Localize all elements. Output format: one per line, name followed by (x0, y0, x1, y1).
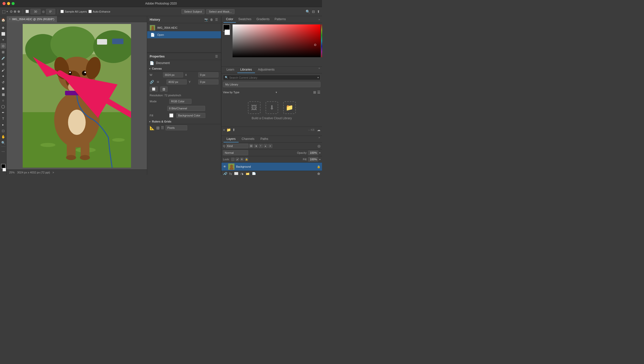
opacity-chevron[interactable]: ▾ (319, 151, 320, 154)
layer-visibility-toggle[interactable]: 👁 (223, 165, 227, 168)
opacity-input[interactable] (308, 150, 318, 155)
pixel-filter-icon[interactable]: 🖼 (249, 144, 253, 148)
shape-tool[interactable]: ◻ (1, 128, 6, 133)
tool-icon-2[interactable]: ⊙ (10, 10, 13, 13)
tab-close-icon[interactable]: × (9, 18, 11, 20)
tab-libraries[interactable]: Libraries (237, 67, 255, 73)
history-delete[interactable]: 🗑 (210, 17, 214, 22)
pen-tool[interactable]: ✒ (1, 110, 6, 115)
smart-filter-icon[interactable]: ● (268, 144, 272, 148)
eyedropper-tool[interactable]: 💉 (1, 55, 6, 61)
tab-adjustments[interactable]: Adjustments (255, 67, 278, 73)
history-item-open[interactable]: 📄 Open (147, 31, 221, 38)
link-layers-icon[interactable]: 🔗 (223, 172, 227, 175)
upload-lib-icon[interactable]: ⬆ (232, 128, 235, 132)
fill-color-box[interactable] (169, 113, 173, 117)
lock-transparent-icon[interactable]: ⬚ (231, 158, 235, 161)
color-gradient-box[interactable] (233, 24, 320, 57)
brush-tool[interactable]: 🖌 (1, 67, 6, 73)
add-style-icon[interactable]: fx (229, 172, 232, 175)
grid-icon[interactable]: ⊞ (156, 126, 159, 130)
create-group-icon[interactable]: 📁 (245, 172, 250, 175)
lock-artboard-icon[interactable]: ✥ (240, 158, 244, 161)
share-icon[interactable]: ⬆ (317, 10, 320, 14)
brush-size-input[interactable]: 30 (30, 9, 41, 14)
layers-expand[interactable]: » (318, 136, 320, 142)
path-select-tool[interactable]: ▸ (1, 122, 6, 127)
auto-enhance-label[interactable]: Auto-Enhance (88, 10, 110, 13)
libraries-expand[interactable]: » (318, 67, 320, 73)
lib-view-chevron[interactable]: ▾ (276, 91, 277, 94)
props-menu[interactable]: ☰ (215, 54, 218, 59)
auto-enhance-checkbox[interactable] (88, 10, 92, 13)
type-filter-icon[interactable]: T (259, 144, 263, 148)
select-rect-tool[interactable]: ⬜ (1, 31, 6, 37)
tab-paths[interactable]: Paths (257, 136, 271, 142)
tool-icon-3[interactable]: ⊗ (14, 10, 16, 13)
eraser-tool[interactable]: ◼ (1, 85, 6, 91)
history-menu[interactable]: ☰ (215, 17, 218, 22)
tab-swatches[interactable]: Swatches (236, 16, 254, 23)
delete-layer-icon[interactable]: 🗑 (317, 172, 320, 175)
type-tool[interactable]: T (1, 116, 6, 121)
tab-channels[interactable]: Channels (239, 136, 257, 142)
ruler-icon[interactable]: 📐 (150, 126, 155, 130)
select-subject-button[interactable]: Select Subject (181, 9, 205, 14)
add-adjustment-icon[interactable]: ◑ (240, 172, 243, 175)
mode-select[interactable]: RGB Color CMYK Color Grayscale (169, 99, 191, 104)
dots-grid-icon[interactable]: ⠿ (161, 126, 164, 130)
tool-dropdown-arrow[interactable]: ▾ (7, 10, 8, 13)
rulers-section-header[interactable]: ▾ Rulers & Grids (147, 119, 221, 124)
color-picker-area[interactable] (233, 24, 320, 57)
image-size-btn[interactable]: 🖼 (160, 86, 168, 92)
select-and-mask-button[interactable]: Select and Mask... (206, 9, 235, 14)
history-brush-tool[interactable]: ↺ (1, 79, 6, 85)
canvas-tab[interactable]: × IMG_3564.HEIC @ 25% (RGB/8*) (7, 16, 57, 22)
background-color-chip[interactable] (224, 29, 230, 35)
search-icon[interactable]: 🔍 (306, 10, 310, 14)
ruler-unit-select[interactable]: Pixels Inches Centimeters Millimeters Po… (166, 125, 187, 130)
history-item[interactable]: IMG_3564.HEIC (147, 24, 221, 31)
tool-icon-4[interactable]: ⊕ (17, 10, 20, 13)
gradient-surface[interactable] (233, 24, 320, 57)
canvas-h-input[interactable] (167, 79, 187, 84)
tab-layers[interactable]: Layers (223, 136, 239, 142)
canvas-section-header[interactable]: ▾ Canvas (147, 66, 221, 71)
background-color-swatch[interactable] (3, 168, 6, 171)
fill-select[interactable]: Background Color Foreground Color White … (176, 113, 205, 118)
canvas-x-input[interactable] (198, 72, 218, 77)
angle-input[interactable]: 0° (46, 9, 55, 14)
filter-dropdown[interactable]: Kind Name Effect Mode Attribute Color Sm… (226, 144, 248, 148)
history-new-snapshot[interactable]: 📷 (204, 17, 209, 22)
layer-item[interactable]: 👁 Background 🔒 (221, 163, 322, 171)
zoom-tool[interactable]: 🔍 (1, 140, 6, 145)
folder-lib-icon[interactable]: 📁 (227, 128, 231, 132)
create-layer-icon[interactable]: 📄 (252, 172, 256, 175)
tab-gradients[interactable]: Gradients (254, 16, 272, 23)
canvas-y-input[interactable] (198, 79, 218, 84)
blend-mode-dropdown[interactable]: Normal Dissolve Multiply Screen Overlay (223, 150, 248, 155)
info-arrow[interactable]: > (52, 171, 54, 174)
library-search[interactable]: 🔍 ▾ (223, 75, 320, 80)
tab-patterns[interactable]: Patterns (272, 16, 288, 23)
grid-view-icon[interactable]: ⊞ (313, 90, 316, 94)
minimize-button[interactable] (7, 2, 10, 5)
library-dropdown[interactable]: My Library (223, 82, 320, 87)
add-mask-icon[interactable]: ⬜ (234, 172, 238, 175)
tab-learn[interactable]: Learn (223, 67, 237, 73)
add-lib-icon[interactable]: + (223, 128, 225, 132)
sample-all-layers-checkbox[interactable] (60, 10, 64, 13)
hand-tool[interactable]: ✋ (1, 134, 6, 139)
cloud-icon[interactable]: ☁ (317, 128, 320, 132)
adjustment-filter-icon[interactable]: ◑ (254, 144, 258, 148)
tab-color[interactable]: Color (223, 16, 236, 23)
healing-tool[interactable]: ⊕ (1, 61, 6, 67)
library-search-input[interactable] (229, 76, 316, 79)
fill-chevron[interactable]: ▾ (319, 158, 320, 161)
quick-select-tool[interactable]: ⊙ (1, 43, 6, 49)
canvas-content[interactable] (7, 22, 147, 169)
list-view-icon[interactable]: ☰ (317, 90, 320, 94)
extra-tools[interactable]: … (1, 148, 6, 153)
color-panel-expand[interactable]: » (318, 18, 320, 21)
lib-search-chevron[interactable]: ▾ (317, 76, 319, 79)
